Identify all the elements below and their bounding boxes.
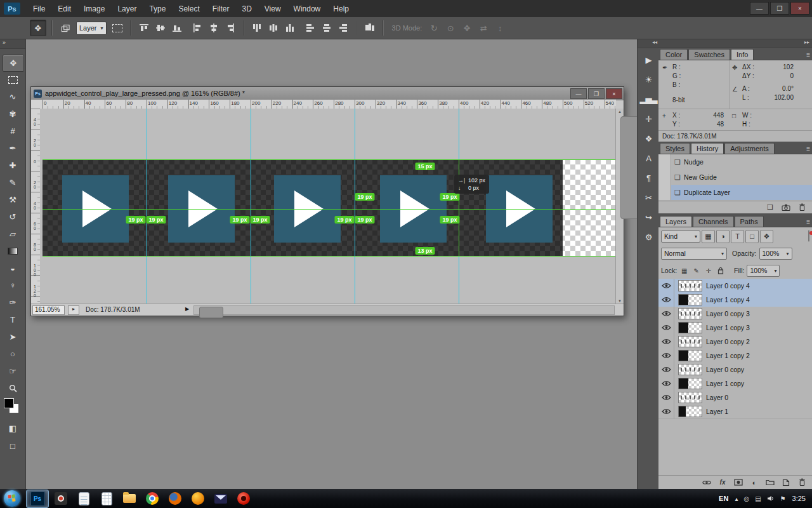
layer-visibility-toggle[interactable]: [658, 307, 674, 321]
history-state-duplicate-layer[interactable]: ❏Duplicate Layer: [658, 185, 812, 200]
layers-panel-menu-icon[interactable]: ≡: [806, 218, 810, 225]
new-layer-icon[interactable]: [781, 478, 791, 487]
move-tool[interactable]: ✥: [3, 55, 24, 72]
taskbar-firefox-button[interactable]: [164, 490, 186, 507]
layer-filter-kind-dropdown[interactable]: Kind▾: [661, 231, 700, 243]
layer-row-layer-0-copy-4[interactable]: Layer 0 copy 4: [658, 279, 812, 293]
tab-history[interactable]: History: [691, 143, 724, 154]
blend-mode-dropdown[interactable]: Normal▾: [661, 248, 727, 260]
brush-tool[interactable]: ✎: [3, 175, 23, 190]
blur-tool[interactable]: ◒: [3, 260, 23, 276]
fill-dropdown[interactable]: 100%▾: [747, 265, 780, 277]
layer-visibility-toggle[interactable]: [658, 377, 674, 391]
adjustments-panel-icon[interactable]: ☀: [639, 71, 657, 88]
tab-swatches[interactable]: Swatches: [688, 49, 730, 60]
align-top-edges-button[interactable]: [136, 20, 152, 36]
menu-type[interactable]: Type: [149, 4, 166, 13]
rectangular-marquee-tool[interactable]: [3, 72, 23, 88]
menu-layer[interactable]: Layer: [117, 4, 136, 13]
history-state-nudge[interactable]: ❏Nudge: [658, 154, 812, 170]
layer-visibility-toggle[interactable]: [658, 279, 674, 293]
align-right-edges-button[interactable]: [223, 20, 238, 36]
layer-thumbnail[interactable]: [678, 406, 702, 417]
lock-paint-icon[interactable]: ✎: [691, 266, 701, 276]
styles-panel-icon[interactable]: ❖: [639, 130, 657, 147]
histogram-panel-icon[interactable]: ▂▅▃: [639, 91, 657, 107]
menu-file[interactable]: File: [33, 4, 45, 13]
tray-volume-icon[interactable]: [767, 495, 775, 502]
doc-minimize-button[interactable]: —: [570, 88, 587, 99]
doc-close-button[interactable]: ×: [606, 88, 622, 99]
pen-tool[interactable]: ✑: [3, 295, 23, 311]
lock-position-icon[interactable]: ✛: [704, 266, 713, 276]
align-bottom-edges-button[interactable]: [169, 20, 185, 36]
layer-thumbnail[interactable]: [678, 350, 702, 361]
align-left-edges-button[interactable]: [190, 20, 205, 36]
filter-smart-objects-icon[interactable]: ❖: [760, 230, 773, 243]
add-layer-mask-icon[interactable]: [733, 478, 743, 487]
toolbar-collapse-button[interactable]: »: [0, 39, 25, 49]
layer-thumbnail[interactable]: [678, 364, 702, 375]
lock-all-icon[interactable]: [716, 266, 725, 276]
menu-view[interactable]: View: [265, 4, 281, 13]
dodge-tool[interactable]: ♀: [3, 277, 23, 293]
filter-adjustment-layers-icon[interactable]: ◑: [716, 230, 730, 243]
lasso-tool[interactable]: ∿: [3, 89, 23, 105]
layer-row-layer-1-copy[interactable]: Layer 1 copy: [658, 377, 812, 391]
3d-roll-icon[interactable]: ⊙: [443, 20, 458, 36]
eraser-tool[interactable]: ▱: [3, 226, 23, 242]
layer-visibility-toggle[interactable]: [658, 335, 674, 349]
layer-style-icon[interactable]: fx: [717, 478, 728, 487]
lock-transparency-icon[interactable]: ▦: [679, 266, 689, 276]
history-panel-menu-icon[interactable]: ≡: [806, 145, 810, 152]
path-selection-tool[interactable]: ➤: [3, 329, 23, 345]
filter-toggle-switch[interactable]: [808, 230, 809, 242]
menu-3d[interactable]: 3D: [242, 4, 251, 13]
3d-orbit-icon[interactable]: ↻: [426, 20, 442, 36]
panel-strip-collapse-button[interactable]: ◂◂: [638, 39, 659, 48]
tray-status-icon[interactable]: ◎: [743, 495, 749, 502]
distribute-bottom-edges-button[interactable]: [282, 20, 298, 36]
doc-restore-button[interactable]: ❐: [588, 88, 605, 99]
gradient-tool[interactable]: [3, 243, 23, 259]
new-document-from-state-icon[interactable]: ❏: [765, 203, 775, 212]
distribute-right-edges-button[interactable]: [336, 20, 351, 36]
taskbar-chrome-button[interactable]: [141, 490, 163, 507]
tab-info[interactable]: Info: [731, 49, 754, 60]
tool-presets-panel-icon[interactable]: ⚙: [639, 229, 657, 245]
taskbar-app-2-button[interactable]: [50, 490, 72, 507]
3d-slide-icon[interactable]: ⇄: [476, 20, 491, 36]
taskbar-mail-button[interactable]: [210, 490, 232, 507]
zoom-tool[interactable]: [3, 380, 23, 396]
taskbar-photoshop-button[interactable]: Ps: [26, 490, 49, 508]
new-adjustment-layer-icon[interactable]: ◐: [749, 478, 759, 487]
history-source-well[interactable]: [658, 154, 671, 170]
clock[interactable]: 3:25: [792, 495, 806, 502]
taskbar-calculator-button[interactable]: [96, 490, 117, 507]
panel-collapse-button[interactable]: ▸▸: [658, 39, 812, 48]
layer-thumbnail[interactable]: [678, 378, 702, 389]
filter-pixel-layers-icon[interactable]: ▦: [702, 230, 715, 243]
eyedropper-tool[interactable]: ✒: [3, 140, 23, 156]
foreground-color-swatch[interactable]: [4, 398, 14, 408]
filter-type-layers-icon[interactable]: T: [731, 230, 744, 243]
foreground-background-colors[interactable]: [4, 398, 19, 413]
zoom-level-field[interactable]: 161.05%: [32, 305, 65, 315]
tray-network-icon[interactable]: ▤: [755, 495, 761, 502]
info-panel-menu-icon[interactable]: ≡: [806, 51, 810, 58]
layer-visibility-toggle[interactable]: [658, 321, 674, 335]
tab-layers[interactable]: Layers: [660, 216, 692, 227]
screen-mode-button[interactable]: □: [3, 438, 23, 454]
navigator-panel-icon[interactable]: ✛: [639, 110, 657, 127]
history-source-well[interactable]: [658, 185, 671, 200]
actions-panel-icon[interactable]: ▶: [639, 51, 657, 68]
layer-row-layer-1[interactable]: Layer 1: [658, 404, 812, 419]
tab-adjustments[interactable]: Adjustments: [724, 143, 775, 154]
crop-tool[interactable]: #: [3, 123, 23, 139]
filter-shape-layers-icon[interactable]: □: [745, 230, 759, 243]
minimize-button[interactable]: —: [750, 2, 769, 15]
tab-styles[interactable]: Styles: [660, 143, 690, 154]
move-tool-preset-button[interactable]: ✥: [30, 20, 46, 36]
horizontal-scroll-thumb[interactable]: [199, 307, 223, 318]
tab-channels[interactable]: Channels: [693, 216, 733, 227]
